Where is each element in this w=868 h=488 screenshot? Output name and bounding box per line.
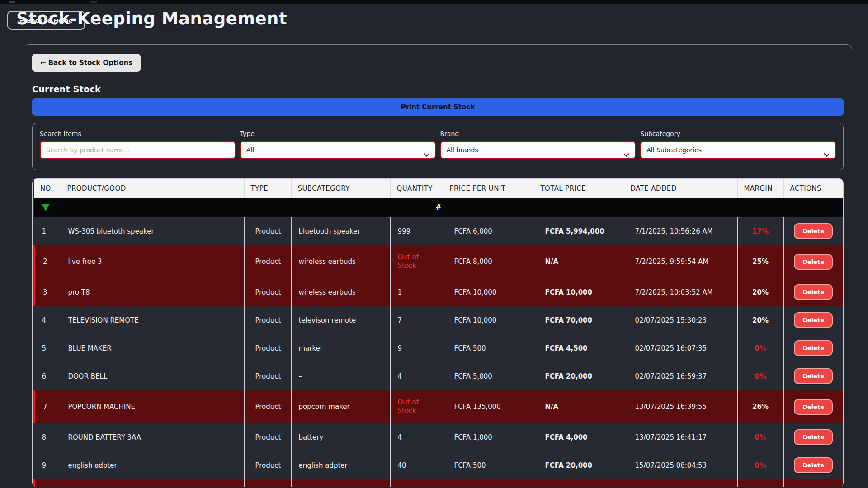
filter-panel: Search Items Type All Brand All brands S… [32, 123, 844, 170]
margin-value: 25% [752, 258, 769, 266]
type-cell: Product [244, 334, 291, 362]
col-date[interactable]: DATE ADDED [624, 179, 737, 198]
col-quantity[interactable]: QUANTITY [390, 179, 443, 198]
delete-button[interactable]: Delete [794, 457, 833, 473]
no-cell: 9 [34, 451, 61, 479]
no-cell: 8 [34, 423, 61, 451]
delete-button[interactable]: Delete [794, 399, 833, 415]
stock-table: NO. PRODUCT/GOOD TYPE SUBCATEGORY QUANTI… [32, 178, 844, 487]
out-of-stock-label: Out of Stock [398, 398, 436, 415]
col-subcategory[interactable]: SUBCATEGORY [291, 179, 390, 198]
product-cell: TELEVISION REMOTE [61, 306, 244, 334]
margin-cell: 17% [737, 217, 783, 245]
delete-button[interactable]: Delete [794, 312, 833, 328]
col-type[interactable]: TYPE [244, 179, 291, 198]
type-cell: Product [244, 423, 291, 451]
delete-button[interactable]: Delete [794, 340, 833, 356]
product-cell: POPCORN MACHINE [61, 390, 244, 423]
brand-filter: Brand All brands [440, 130, 636, 159]
price-cell [443, 479, 534, 487]
brand-select[interactable]: All brands [440, 141, 636, 159]
delete-button[interactable]: Delete [794, 429, 833, 445]
subcategory-cell: wireless earbuds [291, 278, 390, 306]
type-cell: Product [244, 451, 291, 479]
total-cell: FCFA 5,994,000 [534, 217, 624, 245]
price-cell: FCFA 500 [443, 334, 534, 362]
subcategory-cell: popcorn maker [291, 390, 390, 423]
table-row: 6DOOR BELLProduct–4FCFA 5,000FCFA 20,000… [34, 362, 843, 390]
out-of-stock-label: Out of Stock [398, 253, 436, 270]
back-to-stock-options-button[interactable]: ← Back to Stock Options [32, 54, 141, 72]
margin-cell: 0% [737, 334, 783, 362]
quantity-cell: 9 [390, 334, 443, 362]
margin-value: 0% [755, 433, 766, 441]
sort-hash-label: # [34, 198, 843, 217]
subcategory-label: Subcategory [640, 130, 836, 137]
price-cell: FCFA 135,000 [443, 390, 534, 423]
price-cell: FCFA 5,000 [443, 362, 534, 390]
actions-cell: Delete [783, 278, 843, 306]
margin-value: 0% [755, 461, 766, 469]
green-triangle-down-icon[interactable] [42, 204, 50, 211]
actions-cell: Delete [783, 423, 843, 451]
browser-edge-mark [9, 1, 15, 3]
quantity-cell [390, 479, 443, 487]
col-no[interactable]: NO. [34, 179, 61, 198]
date-cell: 15/07/2025 08:04:53 [624, 451, 737, 479]
price-cell: FCFA 10,000 [443, 306, 534, 334]
date-cell: 02/07/2025 16:07:35 [624, 334, 737, 362]
col-actions[interactable]: ACTIONS [783, 179, 843, 198]
quantity-cell: Out of Stock [390, 390, 443, 423]
margin-cell: 20% [737, 278, 783, 306]
search-label: Search Items [40, 130, 236, 137]
delete-button[interactable]: Delete [794, 223, 833, 239]
total-cell: FCFA 20,000 [534, 451, 624, 479]
actions-cell: Delete [783, 306, 843, 334]
type-select[interactable]: All [240, 141, 436, 159]
date-cell: 02/07/2025 15:30:23 [624, 306, 737, 334]
col-price[interactable]: PRICE PER UNIT [443, 179, 534, 198]
actions-cell: Delete [783, 245, 843, 278]
delete-button[interactable]: Delete [794, 368, 833, 384]
total-cell: FCFA 20,000 [534, 362, 624, 390]
type-cell: Product [244, 306, 291, 334]
col-product[interactable]: PRODUCT/GOOD [61, 179, 244, 198]
table-row: 3pro T8Productwireless earbuds1FCFA 10,0… [34, 278, 843, 306]
subcategory-cell: televison remote [291, 306, 390, 334]
product-cell: ROUND BATTERY 3AA [61, 423, 244, 451]
type-select-value: All [246, 146, 254, 154]
margin-cell: 26% [737, 390, 783, 423]
total-cell: FCFA 4,000 [534, 423, 624, 451]
type-cell: Product [244, 278, 291, 306]
margin-cell [737, 479, 783, 487]
delete-button[interactable]: Delete [794, 284, 833, 300]
page-title: Stock-Keeping Management [16, 9, 287, 28]
delete-button[interactable]: Delete [794, 254, 833, 270]
search-input[interactable] [40, 141, 236, 159]
subcategory-select[interactable]: All Subcategories [640, 141, 836, 159]
total-cell: N/A [534, 245, 624, 278]
price-cell: FCFA 8,000 [443, 245, 534, 278]
actions-cell: Delete [783, 390, 843, 423]
actions-cell: Delete [783, 451, 843, 479]
product-cell: english adpter [61, 451, 244, 479]
date-cell: 7/1/2025, 10:56:26 AM [624, 217, 737, 245]
total-cell: FCFA 4,500 [534, 334, 624, 362]
col-margin[interactable]: MARGIN [737, 179, 783, 198]
product-cell [61, 479, 244, 487]
no-cell [34, 479, 61, 487]
print-current-stock-button[interactable]: Print Current Stock [32, 98, 844, 116]
quantity-cell: 1 [390, 278, 443, 306]
margin-value: 0% [755, 344, 766, 352]
col-total[interactable]: TOTAL PRICE [534, 179, 624, 198]
table-header-row: NO. PRODUCT/GOOD TYPE SUBCATEGORY QUANTI… [34, 179, 843, 198]
total-cell: FCFA 10,000 [534, 278, 624, 306]
price-cell: FCFA 6,000 [443, 217, 534, 245]
no-cell: 4 [34, 306, 61, 334]
type-cell [244, 479, 291, 487]
table-row: 4TELEVISION REMOTEProducttelevison remot… [34, 306, 843, 334]
margin-cell: 0% [737, 423, 783, 451]
no-cell: 1 [34, 217, 61, 245]
date-cell: 13/07/2025 16:41:17 [624, 423, 737, 451]
price-cell: FCFA 1,000 [443, 423, 534, 451]
